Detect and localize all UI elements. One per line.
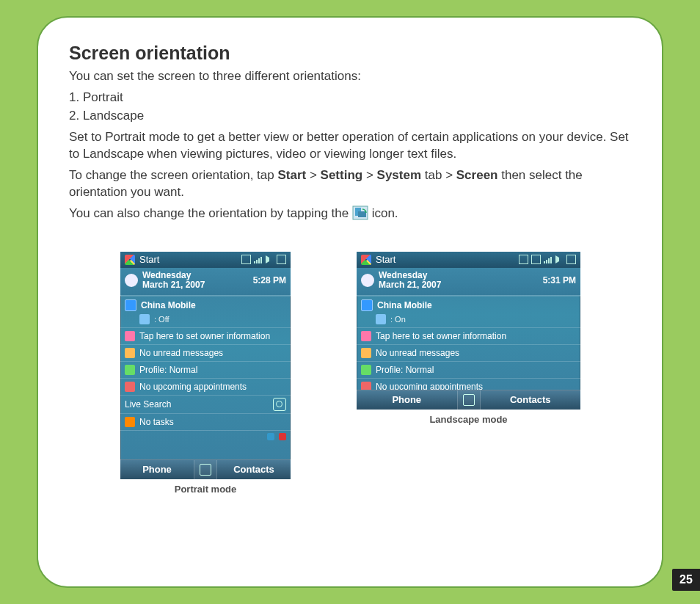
softkey-keyboard-icon [457,390,481,410]
user-icon [125,331,135,341]
carrier-sub-row: : On [371,314,580,327]
portrait-caption: Portrait mode [120,484,291,495]
icon-sentence-pre: You can also change the orientation by t… [69,206,352,220]
softkey-phone: Phone [357,390,457,410]
start-label: Start [139,254,159,265]
softkey-keyboard-icon [194,460,217,479]
status-bar [120,430,291,443]
landscape-caption: Landscape mode [357,414,580,425]
clock-icon [125,274,138,287]
tasks-row: No tasks [120,413,291,430]
status-dot-icon [267,433,274,440]
bluetooth-icon [139,314,150,324]
softkey-bar: Phone Contacts [357,390,580,410]
intro-text: You can set the screen to three differen… [69,68,631,85]
date-label: March 21, 2007 [379,280,441,290]
speaker-icon [266,255,274,263]
nav-pre: To change the screen orientation, tap [69,168,277,182]
task-icon [125,417,135,427]
start-label: Start [376,254,395,265]
time-label: 5:28 PM [253,275,286,285]
search-row: Live Search [120,395,291,413]
nav-start: Start [277,168,306,182]
messages-row: No unread messages [120,344,291,361]
manual-page: Screen orientation You can set the scree… [37,16,663,588]
messages-text: No unread messages [376,348,459,358]
nav-tab: tab > [421,168,456,182]
battery-icon [566,255,576,264]
paragraph-modes: Set to Portrait mode to get a better vie… [69,129,631,163]
carrier-sub-row: : Off [135,314,291,327]
windows-flag-icon [125,255,135,265]
topbar: Start [120,252,291,268]
mail-icon [361,348,371,358]
list-item-2: 2. Landscape [69,108,631,125]
softkey-bar: Phone Contacts [120,459,291,479]
svg-rect-2 [358,211,366,217]
antenna-icon [125,299,136,311]
owner-row: Tap here to set owner information [120,327,291,344]
signal-icon [254,255,263,263]
clock-icon [361,274,374,287]
search-icon [273,398,286,411]
profile-row: Profile: Normal [357,361,580,378]
landscape-screenshot: Start Wednesday March 21, 2007 [357,252,580,410]
status-icon [519,255,528,264]
profile-icon [125,365,135,375]
user-icon [361,331,371,341]
paragraph-navigation: To change the screen orientation, tap St… [69,167,631,201]
system-tray [519,255,576,264]
profile-row: Profile: Normal [120,361,291,378]
messages-row: No unread messages [357,344,580,361]
softkey-contacts: Contacts [217,460,291,479]
antenna-icon [361,299,373,311]
windows-flag-icon [361,255,371,265]
system-tray [241,255,286,264]
profile-text: Profile: Normal [376,365,434,375]
day-label: Wednesday [379,270,427,280]
landscape-column: Start Wednesday March 21, 2007 [357,252,580,495]
nav-system: System [377,168,421,182]
speaker-icon [555,255,564,263]
appoint-row: No upcoming appointments [120,378,291,395]
icon-sentence-post: icon. [372,206,398,220]
page-number: 25 [672,569,700,591]
tasks-text: No tasks [139,417,174,427]
bluetooth-icon [376,314,386,324]
owner-text: Tap here to set owner information [139,331,270,341]
nav-sep2: > [362,168,376,182]
paragraph-icon: You can also change the orientation by t… [69,205,631,222]
date-label: March 21, 2007 [142,280,205,290]
carrier-row: China Mobile [120,296,291,314]
carrier-label: China Mobile [141,300,196,310]
day-label: Wednesday [142,270,191,280]
profile-text: Profile: Normal [139,365,197,375]
softkey-phone: Phone [120,460,194,479]
softkey-contacts: Contacts [481,390,581,410]
messages-text: No unread messages [139,348,223,358]
portrait-screenshot: Start Wednesday March 21, 2007 [120,252,291,479]
nav-sep1: > [306,168,320,182]
owner-row: Tap here to set owner information [357,327,580,344]
nav-setting: Setting [321,168,363,182]
time-label: 5:31 PM [543,275,576,285]
nav-screen: Screen [456,168,498,182]
status-icon [531,255,541,264]
status-icon [241,255,251,264]
carrier-label: China Mobile [377,300,432,310]
owner-text: Tap here to set owner information [376,331,506,341]
alert-dot-icon [279,433,286,440]
portrait-column: Start Wednesday March 21, 2007 [120,252,291,495]
section-title: Screen orientation [69,43,631,64]
date-row: Wednesday March 21, 2007 5:31 PM [357,268,580,296]
carrier-row: China Mobile [357,296,580,314]
search-label: Live Search [125,399,171,410]
carrier-sub: : On [390,315,406,324]
appoint-text: No upcoming appointments [139,382,247,392]
topbar: Start [357,252,580,268]
signal-icon [544,255,553,263]
list-item-1: 1. Portrait [69,90,631,106]
battery-icon [277,255,286,264]
calendar-icon [125,382,135,392]
profile-icon [361,365,371,375]
